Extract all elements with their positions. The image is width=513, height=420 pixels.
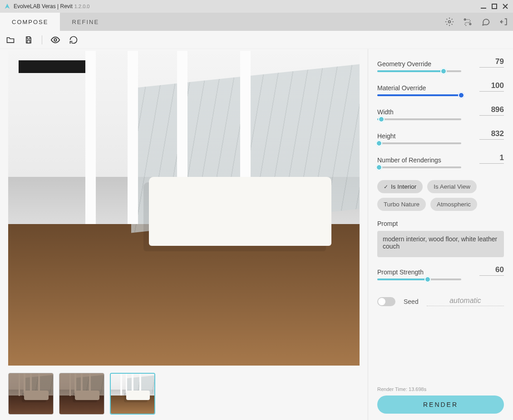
chip-turbo-nature[interactable]: Turbo Nature	[377, 198, 426, 211]
tab-refine[interactable]: REFINE	[60, 13, 111, 31]
minimize-button[interactable]	[479, 2, 488, 10]
chip-atmospheric[interactable]: Atmospheric	[430, 198, 477, 211]
slider-material-override[interactable]: Material Override100	[377, 81, 504, 96]
slider-prompt-strength[interactable]: Prompt Strength60	[377, 265, 504, 280]
viewer-panel	[0, 49, 368, 420]
chip-is-interior[interactable]: Is Interior	[377, 180, 423, 193]
thumbnail-1[interactable]	[8, 373, 54, 415]
slider-height[interactable]: Height832	[377, 129, 504, 144]
viewer-toolbar	[0, 31, 513, 49]
render-time-text: Render Time: 13.698s	[377, 386, 504, 392]
thumbnail-strip	[8, 373, 360, 415]
seed-label: Seed	[404, 298, 419, 305]
seed-toggle[interactable]	[377, 297, 395, 306]
svg-rect-6	[27, 40, 30, 43]
svg-point-3	[464, 19, 466, 20]
render-preview[interactable]	[8, 51, 360, 366]
titlebar: EvolveLAB Veras | Revit 1.2.0.0	[0, 0, 513, 13]
app-logo-icon	[4, 3, 11, 10]
logout-icon[interactable]	[495, 13, 513, 31]
svg-point-4	[469, 23, 471, 24]
seed-value[interactable]: automatic	[427, 297, 504, 306]
settings-sidebar: Geometry Override79 Material Override100…	[368, 49, 513, 420]
save-icon[interactable]	[24, 35, 34, 45]
svg-rect-1	[492, 4, 497, 9]
close-button[interactable]	[501, 2, 509, 10]
tab-compose[interactable]: COMPOSE	[0, 13, 60, 31]
thumbnail-2[interactable]	[59, 373, 104, 415]
chip-is-aerial[interactable]: Is Aerial View	[427, 180, 477, 193]
open-folder-icon[interactable]	[5, 35, 15, 45]
maximize-button[interactable]	[490, 2, 498, 10]
svg-point-7	[54, 39, 57, 41]
visibility-icon[interactable]	[50, 35, 60, 45]
svg-rect-5	[27, 37, 30, 39]
svg-rect-0	[481, 8, 486, 9]
top-tab-bar: COMPOSE REFINE	[0, 13, 513, 31]
render-button[interactable]: RENDER	[377, 396, 504, 414]
thumbnail-3[interactable]	[110, 373, 155, 415]
app-title: EvolveLAB Veras | Revit	[14, 3, 73, 10]
svg-point-2	[449, 21, 451, 23]
prompt-label: Prompt	[377, 220, 504, 227]
refresh-icon[interactable]	[69, 35, 79, 45]
slider-geometry-override[interactable]: Geometry Override79	[377, 57, 504, 72]
route-icon[interactable]	[459, 13, 477, 31]
chat-icon[interactable]	[477, 13, 495, 31]
slider-render-count[interactable]: Number of Renderings1	[377, 153, 504, 168]
toolbar-separator	[42, 35, 42, 44]
prompt-input[interactable]	[377, 231, 504, 257]
settings-icon[interactable]	[440, 13, 459, 31]
app-version: 1.2.0.0	[74, 4, 90, 9]
slider-width[interactable]: Width896	[377, 105, 504, 120]
